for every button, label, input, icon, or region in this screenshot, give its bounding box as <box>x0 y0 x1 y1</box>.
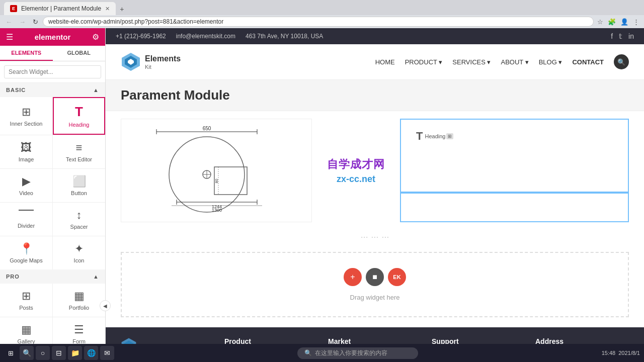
nav-blog[interactable]: BLOG ▾ <box>539 58 562 66</box>
facebook-icon[interactable]: f <box>611 32 613 40</box>
button-label: Button <box>71 190 87 196</box>
nav-about[interactable]: ABOUT ▾ <box>501 58 528 66</box>
watermark-image: 自学成才网 zx-cc.net <box>322 119 390 222</box>
widget-image[interactable]: 🖼 Image <box>0 135 52 168</box>
drop-zone[interactable]: + ■ EK Drag widget here <box>121 252 629 317</box>
heading-widget-area[interactable]: T Heading ⊞ <box>400 119 629 222</box>
taskbar-center-search: 🔍 在这里输入你要搜索的内容 <box>116 347 600 359</box>
topbar-left: +1 (212)-695-1962 info@elementskit.com 4… <box>116 33 323 40</box>
website-topbar: +1 (212)-695-1962 info@elementskit.com 4… <box>106 28 644 44</box>
reload-button[interactable]: ↻ <box>30 17 41 27</box>
widget-spacer[interactable]: ↕ Spacer <box>53 203 105 236</box>
address-bar[interactable]: website-ele.com/wp-admin/post.php?post=8… <box>43 17 594 27</box>
footer-market-header: Market <box>328 337 422 344</box>
topbar-social: f 𝕥 in <box>611 32 634 40</box>
basic-section-header: BASIC ▲ <box>0 83 105 97</box>
nav-product[interactable]: PRODUCT ▾ <box>405 58 443 66</box>
browser-chrome: E Elementor | Parament Module ✕ + ← → ↻ … <box>0 0 644 28</box>
footer-col-address: Address <box>535 337 629 344</box>
ek-button[interactable]: EK <box>388 268 406 286</box>
widget-divider[interactable]: ‎ Divider <box>0 203 52 236</box>
drawing-svg: 650 80 <box>126 124 287 215</box>
widget-portfolio[interactable]: ▦ Portfolio <box>53 284 105 317</box>
content-row-1: 650 80 <box>121 119 629 222</box>
navigation-bar: Elements Kit HOME PRODUCT ▾ SERVICES ▾ A… <box>106 44 644 80</box>
settings-button[interactable]: ■ <box>366 268 384 286</box>
taskbar-cortana[interactable]: ○ <box>36 346 50 360</box>
sidebar-header: ☰ elementor ⚙ <box>0 28 105 46</box>
topbar-email: info@elementskit.com <box>176 33 235 40</box>
drop-text: Drag widget here <box>350 294 400 301</box>
site-logo: Elements Kit <box>121 52 181 72</box>
close-tab-button[interactable]: ✕ <box>105 6 110 12</box>
content-area: 650 80 <box>106 111 644 252</box>
widget-icon[interactable]: ✦ Icon <box>53 236 105 269</box>
basic-collapse-icon[interactable]: ▲ <box>93 87 99 93</box>
taskbar-right: 15:48 2021/8/1 <box>602 350 640 356</box>
website-preview: +1 (212)-695-1962 info@elementskit.com 4… <box>106 28 644 344</box>
add-section-button[interactable]: + <box>344 268 362 286</box>
search-icon: 🔍 <box>304 349 312 356</box>
divider-label: Divider <box>18 223 35 229</box>
svg-rect-11 <box>214 167 247 195</box>
button-icon: ⬜ <box>72 175 86 188</box>
bookmark-icon[interactable]: ☆ <box>596 17 605 27</box>
technical-drawing: 650 80 <box>121 119 312 222</box>
svg-text:650: 650 <box>203 126 211 131</box>
tab-elements[interactable]: ELEMENTS <box>0 46 53 61</box>
video-icon: ▶ <box>22 175 31 188</box>
widget-search-area <box>0 61 105 83</box>
basic-label: BASIC <box>6 87 26 93</box>
taskbar-search-box[interactable]: 🔍 在这里输入你要搜索的内容 <box>297 347 418 359</box>
heading-divider <box>401 192 628 194</box>
widget-video[interactable]: ▶ Video <box>0 169 52 202</box>
heading-cursor: T Heading ⊞ <box>416 130 453 143</box>
nav-links: HOME PRODUCT ▾ SERVICES ▾ ABOUT ▾ BLOG ▾… <box>375 54 629 69</box>
footer-columns: Product Market Support Address <box>121 337 629 344</box>
widget-button[interactable]: ⬜ Button <box>53 169 105 202</box>
taskbar-mail[interactable]: ✉ <box>100 346 114 360</box>
taskbar-explorer[interactable]: 📁 <box>68 346 82 360</box>
menu-icon[interactable]: ⋮ <box>631 17 641 27</box>
forward-button[interactable]: → <box>17 17 28 27</box>
taskbar-chrome[interactable]: 🌐 <box>84 346 98 360</box>
extensions-icon[interactable]: 🧩 <box>606 17 617 27</box>
heading-label: Heading <box>69 122 90 128</box>
drop-zone-controls: + ■ EK <box>344 268 406 286</box>
twitter-icon[interactable]: 𝕥 <box>619 32 622 40</box>
taskbar-tasks[interactable]: ⊟ <box>52 346 66 360</box>
svg-text:1300: 1300 <box>212 208 222 213</box>
icon-label: Icon <box>74 257 85 263</box>
sidebar-settings-icon[interactable]: ⚙ <box>92 32 99 42</box>
new-tab-button[interactable]: + <box>116 3 128 15</box>
widget-google-maps[interactable]: 📍 Google Maps <box>0 236 52 269</box>
nav-home[interactable]: HOME <box>375 58 395 66</box>
collapse-sidebar-button[interactable]: ◀ <box>100 300 111 311</box>
widget-inner-section[interactable]: ⊞ Inner Section <box>0 97 52 135</box>
logo-text: Elements <box>145 54 181 63</box>
tab-global[interactable]: GLOBAL <box>53 46 106 61</box>
video-label: Video <box>19 190 33 196</box>
widget-heading[interactable]: T Heading <box>53 97 105 135</box>
portfolio-label: Portfolio <box>69 305 89 311</box>
nav-contact[interactable]: CONTACT <box>572 58 604 66</box>
footer-col-market: Market <box>328 337 422 344</box>
search-input[interactable] <box>4 65 101 78</box>
active-tab[interactable]: E Elementor | Parament Module ✕ <box>4 2 116 15</box>
text-editor-label: Text Editor <box>66 156 92 162</box>
posts-icon: ⊞ <box>22 290 31 303</box>
widget-text-editor[interactable]: ≡ Text Editor <box>53 135 105 168</box>
hamburger-icon[interactable]: ☰ <box>6 32 13 42</box>
nav-services[interactable]: SERVICES ▾ <box>452 58 491 66</box>
start-button[interactable]: ⊞ <box>4 348 18 358</box>
text-editor-icon: ≡ <box>76 141 83 154</box>
footer-product-header: Product <box>224 337 318 344</box>
linkedin-icon[interactable]: in <box>628 32 634 40</box>
search-button[interactable]: 🔍 <box>614 54 629 69</box>
profile-icon[interactable]: 👤 <box>619 17 630 27</box>
pro-collapse-icon[interactable]: ▲ <box>93 274 99 280</box>
widget-posts[interactable]: ⊞ Posts <box>0 284 52 317</box>
taskbar-search-icon[interactable]: 🔍 <box>20 346 34 360</box>
taskbar-date: 2021/8/1 <box>618 350 640 356</box>
back-button[interactable]: ← <box>3 17 15 27</box>
